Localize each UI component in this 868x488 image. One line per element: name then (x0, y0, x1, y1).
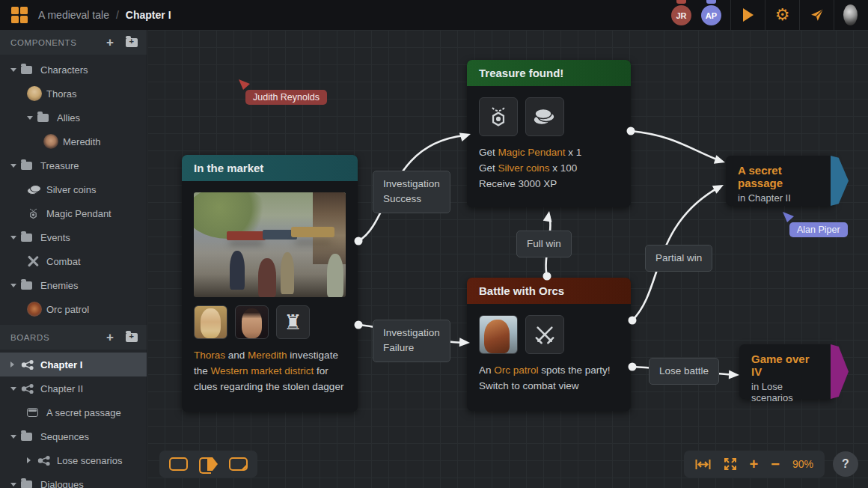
caret-right-icon[interactable] (27, 457, 37, 463)
play-icon (743, 8, 754, 22)
board-flow-icon (21, 383, 34, 394)
cursor-name-label: Alan Piper (789, 222, 848, 237)
gear-icon: ⚙ (775, 7, 790, 23)
caret-down-icon[interactable] (10, 163, 21, 168)
caret-down-icon[interactable] (27, 115, 37, 120)
collaborator-cursor-alan: Alan Piper (782, 212, 848, 237)
components-section-header: COMPONENTS + (0, 30, 147, 55)
sidebar-item-meredith[interactable]: Meredith (0, 129, 147, 153)
folder-icon (21, 234, 32, 242)
shape-toolbar (159, 451, 257, 478)
sidebar-item-thoras[interactable]: Thoras (0, 82, 147, 106)
board-flow-icon (21, 359, 34, 370)
node-title[interactable]: Treasure found! (467, 60, 631, 86)
node-title[interactable]: In the market (182, 155, 358, 181)
breadcrumb-project[interactable]: A medieval tale (38, 9, 109, 21)
add-jumper-tool[interactable] (199, 457, 218, 471)
folder-icon (21, 162, 32, 170)
jumper-node-a-secret-passage[interactable]: A secret passage in Chapter II (726, 156, 834, 206)
zoom-out-button[interactable]: − (771, 456, 780, 473)
sidebar-item-combat[interactable]: Combat (0, 249, 147, 273)
settings-button[interactable]: ⚙ (765, 0, 799, 30)
meredith-thumbnail[interactable] (235, 305, 269, 339)
zoom-in-button[interactable]: + (750, 456, 759, 473)
add-note-tool[interactable] (229, 457, 248, 471)
connection-label-partial-win[interactable]: Partial win (645, 245, 712, 272)
crossed-swords-icon (534, 323, 556, 346)
components-title: COMPONENTS (10, 38, 106, 47)
sidebar-item-sequences[interactable]: Sequences (0, 424, 147, 448)
sidebar-item-allies[interactable]: Allies (0, 106, 147, 129)
cursor-name-label: Judith Reynolds (245, 90, 327, 105)
board-flow-icon (37, 455, 51, 466)
play-button[interactable] (730, 0, 765, 30)
orc-thumbnail[interactable] (479, 315, 518, 354)
add-element-tool[interactable] (169, 457, 188, 471)
caret-down-icon[interactable] (10, 434, 21, 439)
caret-down-icon[interactable] (10, 283, 21, 287)
add-component-button[interactable]: + (106, 36, 114, 49)
boards-section-header: BOARDS + (0, 325, 147, 350)
collaborator-avatar-jr[interactable]: JR (670, 0, 693, 30)
orc-avatar-icon (27, 302, 42, 317)
fit-screen-button[interactable] (724, 457, 737, 471)
add-component-folder-button[interactable] (126, 38, 138, 47)
sidebar-item-silver-coins[interactable]: Silver coins (0, 177, 147, 201)
coins-thumbnail[interactable] (525, 97, 564, 136)
element-node-in-the-market[interactable]: In the market ♜ Thoras and Meredith inve… (182, 155, 358, 412)
sidebar-item-a-secret-passage[interactable]: A secret passage (0, 400, 147, 424)
help-button[interactable]: ? (833, 451, 858, 477)
pendant-thumbnail[interactable] (479, 97, 518, 136)
node-title[interactable]: Battle with Orcs (467, 278, 631, 304)
sidebar-item-orc-patrol[interactable]: Orc patrol (0, 297, 147, 321)
breadcrumb-separator: / (116, 9, 119, 21)
sidebar-item-chapter-2[interactable]: Chapter II (0, 376, 147, 400)
element-node-treasure-found[interactable]: Treasure found! (467, 60, 631, 207)
collaborator-avatar-ap[interactable]: AP (700, 0, 723, 30)
jumper-node-game-over-iv[interactable]: Game over IV in Lose scenarios (739, 344, 834, 399)
coins-icon (532, 107, 557, 126)
node-text: Get Magic Pendant x 1 Get Silver coins x… (479, 145, 619, 192)
element-node-battle-with-orcs[interactable]: Battle with Orcs An Orc patrol spots the… (467, 278, 631, 411)
connection-label-full-win[interactable]: Full win (516, 231, 572, 257)
jumper-subtitle: in Lose scenarios (751, 381, 822, 403)
board-canvas[interactable]: In the market ♜ Thoras and Meredith inve… (147, 30, 868, 488)
caret-down-icon[interactable] (10, 235, 21, 240)
caret-down-icon[interactable] (10, 386, 21, 391)
caret-down-icon[interactable] (10, 67, 21, 72)
fit-width-button[interactable] (695, 459, 711, 470)
thoras-thumbnail[interactable] (194, 305, 227, 339)
jumper-title: A secret passage (738, 164, 822, 189)
connection-label-lose-battle[interactable]: Lose battle (649, 358, 719, 385)
caret-right-icon[interactable] (10, 362, 21, 367)
thoras-avatar-icon (27, 86, 42, 101)
connection-label-investigation-failure[interactable]: Investigation Failure (373, 320, 450, 362)
sidebar-item-chapter-1[interactable]: Chapter I (0, 353, 147, 376)
folder-icon (21, 433, 32, 441)
share-button[interactable] (799, 0, 834, 30)
connection-label-investigation-success[interactable]: Investigation Success (373, 171, 450, 213)
sidebar-item-dialogues[interactable]: Dialogues (0, 472, 147, 488)
breadcrumb-board[interactable]: Chapter I (126, 9, 171, 21)
note-icon (27, 408, 38, 417)
account-menu[interactable] (834, 0, 868, 30)
collaborator-cursor-judith: Judith Reynolds (238, 79, 327, 105)
jumper-subtitle: in Chapter II (738, 192, 822, 204)
market-cover-image (194, 192, 346, 297)
castle-thumbnail[interactable]: ♜ (276, 305, 310, 339)
app-grid-icon[interactable] (11, 7, 28, 23)
combat-thumbnail[interactable] (525, 315, 564, 354)
sidebar-item-treasure[interactable]: Treasure (0, 153, 147, 177)
sidebar-item-magic-pendant[interactable]: Magic Pendant (0, 201, 147, 225)
folder-icon (21, 281, 32, 290)
sidebar-item-characters[interactable]: Characters (0, 58, 147, 82)
zoom-level[interactable]: 90% (792, 458, 813, 470)
add-board-button[interactable]: + (106, 331, 114, 344)
sidebar-item-lose-scenarios[interactable]: Lose scenarios (0, 448, 147, 472)
sidebar-item-events[interactable]: Events (0, 225, 147, 249)
caret-down-icon[interactable] (10, 482, 21, 487)
zoom-toolbar: + − 90% (684, 451, 825, 478)
sidebar-item-enemies[interactable]: Enemies (0, 273, 147, 297)
folder-icon (21, 481, 32, 488)
add-board-folder-button[interactable] (126, 333, 138, 342)
